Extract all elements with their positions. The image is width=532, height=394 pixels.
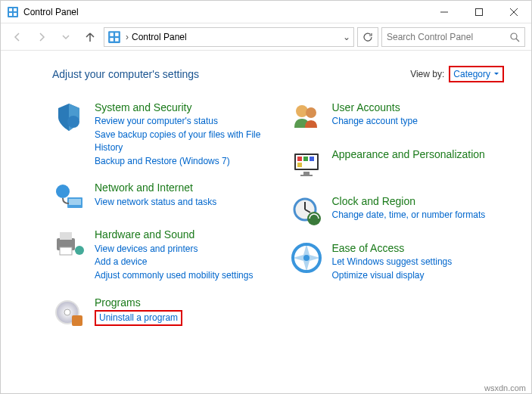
chevron-down-icon — [493, 71, 499, 77]
page-heading: Adjust your computer's settings — [52, 68, 410, 80]
svg-point-17 — [56, 185, 70, 198]
svg-rect-11 — [115, 33, 119, 36]
svg-rect-3 — [9, 13, 12, 16]
search-icon — [509, 32, 520, 42]
category-heading[interactable]: Ease of Access — [332, 241, 453, 255]
disc-icon[interactable] — [52, 296, 86, 329]
category-link[interactable]: Backup and Restore (Windows 7) — [95, 155, 267, 168]
ease-icon[interactable] — [290, 241, 323, 275]
category-link[interactable]: Change account type — [332, 115, 418, 128]
category-item: Network and InternetView network status … — [52, 181, 267, 214]
svg-rect-33 — [303, 157, 308, 161]
category-heading[interactable]: User Accounts — [332, 101, 418, 114]
up-button[interactable] — [79, 26, 101, 48]
left-column: System and SecurityReview your computer'… — [52, 101, 267, 329]
search-input[interactable]: Search Control Panel — [381, 27, 525, 47]
viewby-label: View by: — [410, 69, 444, 79]
svg-rect-4 — [14, 13, 17, 16]
category-item: ProgramsUninstall a program — [52, 296, 267, 329]
category-link[interactable]: Adjust commonly used mobility settings — [95, 269, 253, 282]
category-link[interactable]: Add a device — [95, 256, 253, 268]
svg-rect-22 — [60, 247, 72, 255]
svg-rect-37 — [300, 175, 313, 176]
category-item: Appearance and Personalization — [290, 147, 505, 181]
svg-point-23 — [75, 246, 84, 255]
category-link[interactable]: Save backup copies of your files with Fi… — [95, 129, 267, 154]
maximize-button[interactable] — [462, 1, 496, 23]
category-heading[interactable]: System and Security — [95, 101, 267, 114]
category-body: Network and InternetView network status … — [95, 181, 216, 214]
svg-rect-2 — [14, 8, 17, 11]
svg-rect-12 — [110, 38, 114, 42]
category-heading[interactable]: Network and Internet — [95, 181, 216, 194]
category-body: System and SecurityReview your computer'… — [95, 101, 267, 167]
breadcrumb-item[interactable]: Control Panel — [132, 32, 187, 42]
svg-point-29 — [306, 107, 316, 118]
right-column: User AccountsChange account typeAppearan… — [290, 101, 505, 329]
search-placeholder: Search Control Panel — [387, 32, 509, 42]
titlebar: Control Panel — [1, 1, 531, 23]
category-body: User AccountsChange account type — [332, 101, 418, 134]
category-body: Appearance and Personalization — [332, 147, 485, 181]
minimize-button[interactable] — [427, 1, 462, 23]
refresh-button[interactable] — [357, 27, 378, 47]
svg-rect-13 — [115, 38, 119, 42]
window-title: Control Panel — [23, 7, 427, 17]
category-item: Ease of AccessLet Windows suggest settin… — [290, 241, 505, 282]
category-body: Clock and RegionChange date, time, or nu… — [332, 194, 486, 228]
category-link[interactable]: Review your computer's status — [95, 115, 267, 128]
svg-point-16 — [67, 116, 79, 128]
forward-button[interactable] — [31, 26, 52, 48]
category-link[interactable]: Let Windows suggest settings — [332, 256, 453, 268]
category-body: Hardware and SoundView devices and print… — [95, 228, 253, 282]
category-item: System and SecurityReview your computer'… — [52, 101, 267, 167]
category-body: ProgramsUninstall a program — [95, 296, 182, 329]
category-link[interactable]: Uninstall a program — [95, 310, 182, 326]
svg-rect-1 — [9, 8, 12, 11]
printer-icon[interactable] — [52, 228, 86, 261]
svg-point-26 — [64, 309, 70, 315]
control-panel-icon — [7, 6, 19, 18]
clock-icon[interactable] — [290, 194, 323, 228]
navbar: › Control Panel ⌄ Search Control Panel — [1, 23, 531, 51]
svg-point-43 — [303, 255, 310, 261]
screen-icon[interactable] — [290, 147, 323, 181]
network-icon[interactable] — [52, 181, 86, 214]
users-icon[interactable] — [290, 101, 323, 134]
category-link[interactable]: Change date, time, or number formats — [332, 209, 486, 222]
category-body: Ease of AccessLet Windows suggest settin… — [332, 241, 453, 282]
svg-line-15 — [516, 39, 519, 42]
svg-rect-21 — [60, 232, 72, 240]
svg-rect-34 — [310, 157, 314, 161]
svg-rect-35 — [297, 163, 302, 167]
svg-point-14 — [511, 33, 517, 39]
category-heading[interactable]: Hardware and Sound — [95, 228, 253, 241]
control-panel-icon — [107, 30, 121, 44]
viewby-dropdown[interactable]: Category — [449, 66, 504, 82]
footer-watermark: wsxdn.com — [484, 383, 526, 392]
svg-rect-19 — [69, 199, 81, 205]
category-link[interactable]: Optimize visual display — [332, 269, 453, 282]
close-button[interactable] — [496, 1, 531, 23]
category-heading[interactable]: Clock and Region — [332, 194, 486, 208]
svg-rect-10 — [110, 33, 114, 36]
svg-rect-32 — [297, 157, 302, 161]
address-bar[interactable]: › Control Panel ⌄ — [104, 27, 354, 47]
chevron-down-icon[interactable]: ⌄ — [343, 32, 350, 42]
category-link[interactable]: View network status and tasks — [95, 196, 216, 209]
category-columns: System and SecurityReview your computer'… — [52, 101, 504, 329]
recent-dropdown[interactable] — [55, 26, 76, 48]
content-area: Adjust your computer's settings View by:… — [1, 51, 531, 329]
chevron-right-icon[interactable]: › — [126, 32, 129, 42]
category-item: Clock and RegionChange date, time, or nu… — [290, 194, 505, 228]
category-link[interactable]: View devices and printers — [95, 243, 253, 256]
header-row: Adjust your computer's settings View by:… — [52, 66, 504, 82]
category-item: User AccountsChange account type — [290, 101, 505, 134]
svg-rect-36 — [303, 172, 310, 175]
svg-rect-6 — [476, 8, 483, 15]
category-item: Hardware and SoundView devices and print… — [52, 228, 267, 282]
category-heading[interactable]: Programs — [95, 296, 182, 309]
shield-icon[interactable] — [52, 101, 86, 134]
back-button[interactable] — [7, 26, 28, 48]
category-heading[interactable]: Appearance and Personalization — [332, 147, 485, 161]
